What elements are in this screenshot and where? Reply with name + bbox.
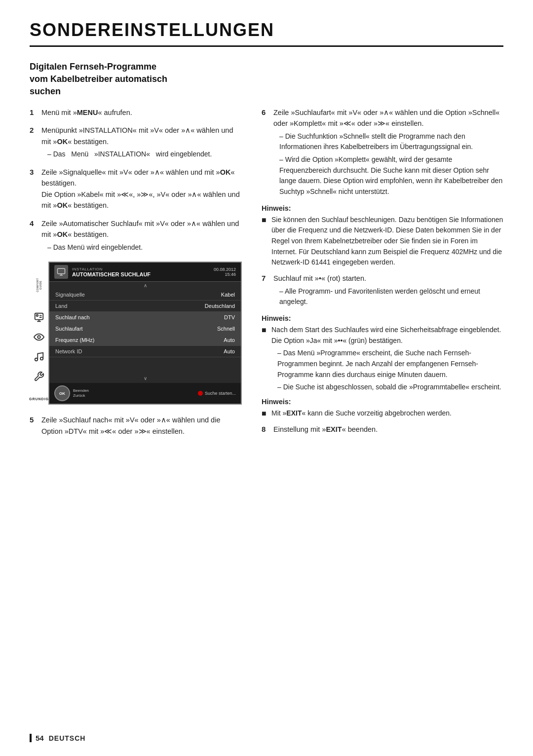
hinweis-text-1: Sie können den Suchlauf beschleunigen. D… bbox=[271, 215, 503, 268]
step-num-2: 2 bbox=[30, 125, 41, 160]
step-text-4: Zeile »Automatischer Suchlauf« mit »V« o… bbox=[41, 218, 242, 253]
svg-point-4 bbox=[40, 357, 43, 360]
tv-menu-title: AUTOMATISCHER SUCHLAUF bbox=[72, 271, 151, 277]
hinweis-2: Hinweis: ■ Nach dem Start des Suchlaufes… bbox=[262, 314, 503, 393]
svg-rect-0 bbox=[35, 313, 43, 320]
comfort-guide-label: COMFORTGUIDE bbox=[36, 265, 42, 305]
hinweis-1-title: Hinweis: bbox=[262, 204, 503, 212]
tv-menu-row-suchlauf-nach: Suchlauf nach DTV bbox=[49, 312, 241, 323]
page-footer: 54 DEUTSCH bbox=[30, 734, 85, 742]
hinweis-3: Hinweis: ■ Mit »EXIT« kann die Suche vor… bbox=[262, 398, 503, 419]
tv-menu-row-suchlaufart: Suchlaufart Schnell bbox=[49, 323, 241, 335]
hinweis-bullet-2a: ■ bbox=[262, 325, 268, 393]
tv-menu-arrow-down: ∨ bbox=[49, 375, 241, 382]
tv-menu-subtitle: INSTALLATION bbox=[72, 267, 151, 271]
step-text-3: Zeile »Signalquelle« mit »V« oder »∧« wä… bbox=[41, 167, 242, 211]
step-num-4: 4 bbox=[30, 218, 41, 253]
step-text-5: Zeile »Suchlauf nach« mit »V« oder »∧« w… bbox=[41, 415, 242, 437]
section-heading: Digitalen Fernseh-Programme vom Kabelbet… bbox=[30, 61, 503, 98]
svg-point-3 bbox=[35, 358, 38, 361]
tv-menu-datetime: 00.08.2012 15:46 bbox=[214, 267, 236, 277]
step-num-8: 8 bbox=[262, 424, 273, 435]
tv-menu-screen: INSTALLATION AUTOMATISCHER SUCHLAUF 00.0… bbox=[48, 262, 242, 405]
svg-point-1 bbox=[37, 315, 38, 317]
step-text-1: Menü mit »MENU« aufrufen. bbox=[41, 107, 132, 118]
step-6: 6 Zeile »Suchlaufart« mit »V« oder »∧« w… bbox=[262, 107, 503, 197]
step-5: 5 Zeile »Suchlauf nach« mit »V« oder »∧«… bbox=[30, 415, 242, 437]
hinweis-bullet-1: ■ bbox=[262, 215, 268, 268]
tv-menu-icon bbox=[54, 265, 68, 279]
step-text-8: Einstellung mit »EXIT« beenden. bbox=[273, 424, 378, 435]
hinweis-bullet-3: ■ bbox=[262, 408, 268, 419]
step-text-6: Zeile »Suchlaufart« mit »V« oder »∧« wäh… bbox=[273, 107, 503, 197]
step-num-1: 1 bbox=[30, 107, 41, 118]
tv-menu-row-signalquelle: Signalquelle Kabel bbox=[49, 289, 241, 301]
hinweis-text-2a: Nach dem Start des Suchlaufes wird eine … bbox=[271, 325, 503, 393]
page-title: SONDEREINSTELLUNGEN bbox=[30, 20, 503, 47]
tv-menu-row-frequenz: Frequenz (MHz) Auto bbox=[49, 335, 241, 346]
grundig-logo: GRUNDIG bbox=[29, 393, 49, 402]
sidebar-icons: COMFORTGUIDE bbox=[30, 262, 48, 405]
tv-menu-row-land: Land Deutschland bbox=[49, 301, 241, 312]
step-text-7: Suchlauf mit »•« (rot) starten. Alle Pro… bbox=[273, 273, 503, 307]
step-num-5: 5 bbox=[30, 415, 41, 437]
tv-footer-search: Suche starten... bbox=[198, 391, 236, 396]
step-num-7: 7 bbox=[262, 273, 273, 307]
hinweis-3-title: Hinweis: bbox=[262, 398, 503, 406]
svg-rect-5 bbox=[58, 268, 65, 274]
step-num-6: 6 bbox=[262, 107, 273, 197]
step-8: 8 Einstellung mit »EXIT« beenden. bbox=[262, 424, 503, 435]
tv-menu-arrow-up: ∧ bbox=[49, 282, 241, 289]
tv-menu-footer: OK Beenden Zurück Suche starten... bbox=[49, 383, 241, 404]
step-3: 3 Zeile »Signalquelle« mit »V« oder »∧« … bbox=[30, 167, 242, 211]
icon-installation bbox=[32, 310, 46, 325]
icon-audio bbox=[32, 349, 46, 364]
tv-remote-ok: OK bbox=[54, 385, 70, 401]
icon-tools bbox=[32, 369, 46, 384]
footer-language: DEUTSCH bbox=[49, 734, 86, 742]
step-2: 2 Menüpunkt »INSTALLATION« mit »V« oder … bbox=[30, 125, 242, 160]
hinweis-text-3: Mit »EXIT« kann die Suche vorzeitig abge… bbox=[271, 408, 503, 419]
step-7: 7 Suchlauf mit »•« (rot) starten. Alle P… bbox=[262, 273, 503, 307]
hinweis-1: Hinweis: ■ Sie können den Suchlauf besch… bbox=[262, 204, 503, 268]
tv-menu-header: INSTALLATION AUTOMATISCHER SUCHLAUF 00.0… bbox=[49, 263, 241, 282]
step-text-2: Menüpunkt »INSTALLATION« mit »V« oder »∧… bbox=[41, 125, 242, 160]
step-1: 1 Menü mit »MENU« aufrufen. bbox=[30, 107, 242, 118]
footer-page-number: 54 bbox=[30, 734, 44, 742]
hinweis-2-title: Hinweis: bbox=[262, 314, 503, 322]
tv-menu-row-network-id: Network ID Auto bbox=[49, 346, 241, 357]
icon-eye bbox=[32, 330, 46, 344]
step-4: 4 Zeile »Automatischer Suchlauf« mit »V«… bbox=[30, 218, 242, 253]
step-num-3: 3 bbox=[30, 167, 41, 211]
tv-screen-mockup: COMFORTGUIDE bbox=[30, 262, 242, 405]
svg-point-2 bbox=[38, 336, 40, 339]
